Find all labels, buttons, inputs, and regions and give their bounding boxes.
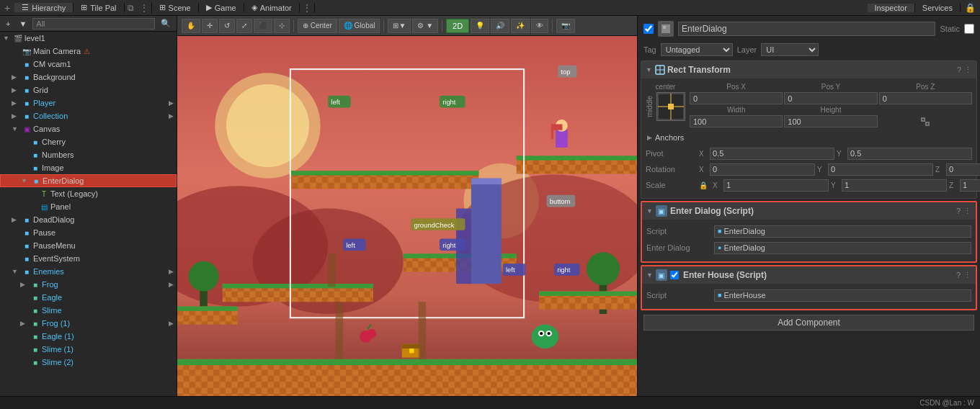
pos-y-input[interactable] [784,92,877,104]
audio-btn[interactable]: 🔊 [491,19,509,33]
object-name-input[interactable] [678,22,935,36]
hierarchy-item-level1[interactable]: ▼ 🎬 level1 [0,32,177,45]
grid-settings-btn[interactable]: ⚙ ▼ [412,19,438,33]
hierarchy-item-eagle[interactable]: ■ Eagle [0,291,177,304]
tab-animator[interactable]: ◈ Animator [244,3,300,12]
pivot-btn[interactable]: ⊕ Center [298,19,337,33]
hierarchy-minus-btn[interactable]: ▼ [16,19,30,29]
hierarchy-item-cherry[interactable]: ■ Cherry [0,135,177,148]
hierarchy-item-eagle1[interactable]: ■ Eagle (1) [0,330,177,343]
rect-tool-btn[interactable]: ⬛ [254,19,272,33]
grid-snap-btn[interactable]: ⊞▼ [388,19,411,33]
hierarchy-item-slime2[interactable]: ■ Slime (2) [0,356,177,369]
enter-house-enabled-checkbox[interactable] [670,271,679,279]
anchors-row[interactable]: ▶ Anchors [646,130,972,145]
width-input[interactable] [690,115,783,127]
rot-x-input[interactable] [710,163,815,176]
tag-select[interactable]: Untagged [661,43,733,56]
move-tool-btn[interactable]: ✛ [202,19,218,33]
effects-btn[interactable]: ✨ [511,19,530,33]
enter-dialog-help-btn[interactable]: ? [956,207,961,215]
2d-toggle-btn[interactable]: 2D [446,19,469,33]
hierarchy-item-image[interactable]: ■ Image [0,161,177,174]
enter-house-help-btn[interactable]: ? [956,271,961,279]
scale-y-input[interactable] [842,179,947,192]
tab-tile-palette[interactable]: ⊞ Tile Pal [74,3,124,12]
hierarchy-item-grid[interactable]: ▶ ■ Grid [0,84,177,96]
rt-anchor-box[interactable] [656,92,685,121]
enter-dialog-fold-icon: ▼ [646,207,653,215]
hierarchy-item-slime[interactable]: ■ Slime [0,304,177,317]
rt-help-btn[interactable]: ? [957,66,961,74]
constrain-proportions-btn[interactable] [879,115,972,127]
hierarchy-item-text-legacy[interactable]: T Text (Legacy) [0,187,177,200]
hand-tool-btn[interactable]: ✋ [182,19,200,33]
tab-services[interactable]: Services [915,4,961,12]
pos-z-input[interactable] [879,92,972,104]
scale-z-input[interactable] [960,179,980,192]
pos-x-input[interactable] [690,92,783,104]
hierarchy-item-collection[interactable]: ▶ ■ Collection ▶ [0,109,177,122]
scale-x-input[interactable] [723,179,829,192]
rotate-tool-btn[interactable]: ↺ [219,19,235,33]
hierarchy-item-panel[interactable]: ▤ Panel [0,200,177,213]
hierarchy-item-main-camera[interactable]: 📷 Main Camera ⚠ [0,45,177,58]
layer-select[interactable]: UI [761,43,819,56]
scene-dots-btn[interactable]: ⋮ [300,3,314,13]
height-input[interactable] [784,115,877,127]
pivot-x-input[interactable] [710,148,834,160]
add-component-btn[interactable]: Add Component [643,315,974,331]
hierarchy-search-btn[interactable]: 🔍 [158,18,174,29]
hierarchy-item-player[interactable]: ▶ ■ Player ▶ [0,96,177,109]
transform-tool-btn[interactable]: ⊹ [274,19,290,33]
hierarchy-item-cm-vcam1[interactable]: ■ CM vcam1 [0,58,177,71]
enter-house-menu-btn[interactable]: ⋮ [963,271,971,280]
hierarchy-item-frog1[interactable]: ▶ ■ Frog (1) ▶ [0,317,177,330]
camera-btn[interactable]: 📷 [556,19,575,33]
enter-dialog-menu-btn[interactable]: ⋮ [963,207,971,216]
hierarchy-item-deaddialog[interactable]: ▶ ■ DeadDialog [0,213,177,226]
hierarchy-search-input[interactable] [32,18,155,30]
rot-y-input[interactable] [828,163,933,176]
hierarchy-add-btn[interactable]: + [3,19,13,29]
hierarchy-item-slime1[interactable]: ■ Slime (1) [0,343,177,356]
tab-scene[interactable]: ⊞ Scene [152,3,199,12]
add-tab-btn[interactable]: + [0,2,14,14]
global-btn[interactable]: 🌐 Global [339,19,380,33]
enter-dialog-value-field[interactable]: ● EnterDialog [714,242,971,254]
hierarchy-item-pausemenu[interactable]: ■ PauseMenu [0,239,177,252]
hierarchy-maximize-btn[interactable]: ⧉ [125,3,137,13]
script-value-field[interactable]: ■ EnterDialog [714,225,971,238]
tab-hierarchy[interactable]: ☰ Hierarchy [14,3,74,12]
inspector-lock-btn[interactable]: 🔒 [961,3,980,13]
hierarchy-item-numbers[interactable]: ■ Numbers [0,148,177,161]
enter-house-value-text: EnterHouse [723,291,765,300]
cm-vcam1-icon: ■ [22,59,32,69]
hierarchy-dots-btn[interactable]: ⋮ [137,3,151,13]
rect-transform-header[interactable]: ▼ Rect Transform ? ⋮ [641,61,976,78]
hierarchy-item-eventsystem[interactable]: ■ EventSystem [0,252,177,265]
rt-menu-btn[interactable]: ⋮ [964,66,972,75]
tab-inspector[interactable]: Inspector [868,4,915,12]
enter-dialog-script-header[interactable]: ▼ ▣ Enter Dialog (Script) ? ⋮ [642,202,976,220]
hierarchy-item-background[interactable]: ▶ ■ Background [0,71,177,84]
scale-tool-btn[interactable]: ⤢ [236,19,252,33]
scene-viewport[interactable]: left right left right top groundCheck to… [177,36,637,396]
anchors-fold-icon: ▶ [647,134,652,141]
tab-game[interactable]: ▶ Game [199,3,244,12]
hierarchy-item-canvas[interactable]: ▼ ▣ Canvas [0,122,177,135]
enter-house-script-header[interactable]: ▼ ▣ Enter House (Script) ? ⋮ [642,266,976,284]
hierarchy-item-frog[interactable]: ▶ ■ Frog ▶ [0,278,177,291]
static-checkbox[interactable] [964,24,974,34]
rot-z-input[interactable] [946,163,980,176]
object-active-checkbox[interactable] [643,24,654,34]
pivot-y-input[interactable] [847,148,972,160]
hierarchy-item-enterdialog[interactable]: ▼ ■ EnterDialog [0,174,177,187]
hierarchy-item-enemies[interactable]: ▼ ■ Enemies ▶ [0,265,177,278]
gizmos-btn[interactable]: 👁 [531,19,548,33]
pivot-xyz: X Y [699,148,972,160]
hierarchy-item-pause[interactable]: ■ Pause [0,226,177,239]
enter-house-script-value[interactable]: ■ EnterHouse [714,289,971,302]
svg-text:groundCheck: groundCheck [414,221,454,229]
lighting-btn[interactable]: 💡 [471,19,489,33]
